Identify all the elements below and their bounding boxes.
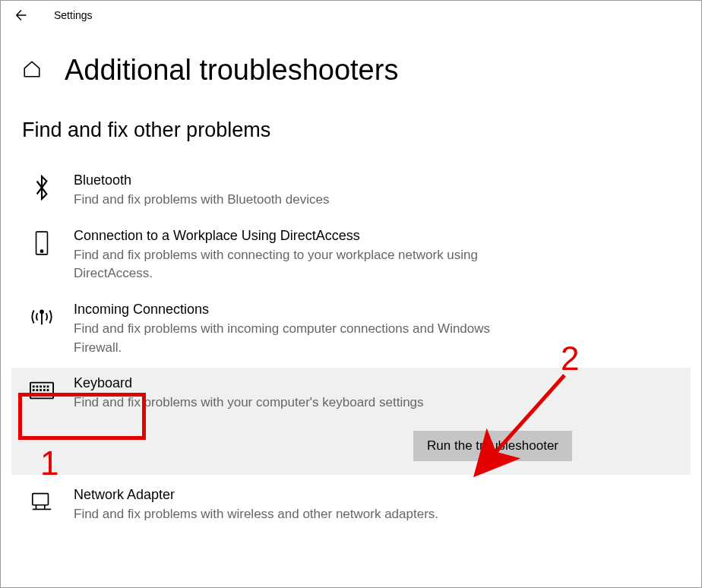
troubleshooter-item-directaccess[interactable]: Connection to a Workplace Using DirectAc… xyxy=(11,220,691,294)
section-subtitle: Find and fix other problems xyxy=(1,94,701,165)
title-bar: Settings xyxy=(1,1,701,30)
bluetooth-icon xyxy=(30,175,54,200)
phone-icon xyxy=(30,231,54,255)
troubleshooter-list: Bluetooth Find and fix problems with Blu… xyxy=(1,165,701,534)
item-title: Network Adapter xyxy=(74,487,507,503)
app-title: Settings xyxy=(54,9,93,21)
troubleshooter-item-keyboard[interactable]: Keyboard Find and fix problems with your… xyxy=(11,368,691,475)
item-description: Find and fix problems with incoming comp… xyxy=(74,320,507,357)
svg-rect-15 xyxy=(36,394,47,396)
troubleshooter-item-bluetooth[interactable]: Bluetooth Find and fix problems with Blu… xyxy=(11,165,691,220)
troubleshooter-item-incoming[interactable]: Incoming Connections Find and fix proble… xyxy=(11,294,691,368)
svg-rect-12 xyxy=(40,389,42,391)
item-description: Find and fix problems with wireless and … xyxy=(74,505,507,524)
svg-point-3 xyxy=(40,310,43,313)
item-description: Find and fix problems with connecting to… xyxy=(74,246,507,283)
svg-rect-13 xyxy=(43,389,46,391)
home-icon[interactable] xyxy=(22,59,42,82)
svg-rect-16 xyxy=(33,494,49,505)
item-title: Connection to a Workplace Using DirectAc… xyxy=(74,228,507,244)
svg-rect-14 xyxy=(47,389,49,391)
run-troubleshooter-button[interactable]: Run the troubleshooter xyxy=(413,431,572,461)
svg-rect-5 xyxy=(33,386,35,388)
page-title: Additional troubleshooters xyxy=(65,54,398,87)
svg-rect-11 xyxy=(36,389,38,391)
item-title: Incoming Connections xyxy=(74,302,507,318)
svg-rect-9 xyxy=(47,386,49,388)
troubleshooter-item-network[interactable]: Network Adapter Find and fix problems wi… xyxy=(11,479,691,535)
back-button[interactable] xyxy=(13,7,30,24)
svg-rect-7 xyxy=(40,386,42,388)
svg-rect-10 xyxy=(33,389,35,391)
keyboard-icon xyxy=(30,378,54,403)
signal-icon xyxy=(30,305,54,329)
item-description: Find and fix problems with Bluetooth dev… xyxy=(74,191,507,210)
network-adapter-icon xyxy=(30,490,54,514)
svg-rect-6 xyxy=(36,386,38,388)
svg-point-1 xyxy=(40,250,43,252)
item-title: Bluetooth xyxy=(74,172,507,188)
item-description: Find and fix problems with your computer… xyxy=(74,394,590,413)
item-title: Keyboard xyxy=(74,375,590,391)
svg-rect-8 xyxy=(43,386,46,388)
page-header: Additional troubleshooters xyxy=(1,30,701,94)
